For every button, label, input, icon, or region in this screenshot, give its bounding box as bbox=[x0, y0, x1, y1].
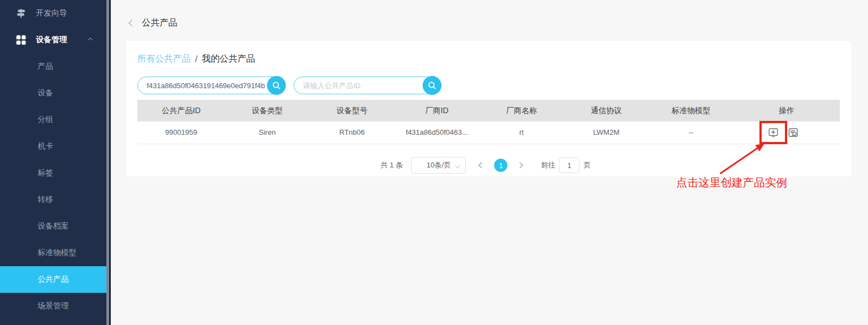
sidebar-item-label: 机卡 bbox=[38, 141, 53, 151]
table-row: 99001959 Siren RTnb06 f431a86d50f0463...… bbox=[137, 121, 840, 144]
pagination: 共 1 条 10条/页 1 前往 页 bbox=[381, 157, 590, 174]
sidebar: 开发向导 设备管理 产品 设备 分组 机卡 标签 转移 设备档案 标准物模型 公… bbox=[0, 0, 111, 325]
search-icon bbox=[427, 80, 437, 90]
vendor-id-search-input[interactable] bbox=[147, 78, 265, 93]
back-chevron-icon bbox=[129, 19, 136, 27]
cell-product-id: 99001959 bbox=[137, 121, 225, 144]
prev-chevron-icon bbox=[479, 162, 485, 168]
sidebar-item-dev-wizard[interactable]: 开发向导 bbox=[0, 0, 106, 27]
content-card: 所有公共产品 / 我的公共产品 bbox=[126, 41, 851, 176]
search-icon bbox=[271, 80, 281, 90]
sidebar-item-scene-mgmt[interactable]: 场景管理 bbox=[0, 293, 106, 319]
sidebar-item-label: 分组 bbox=[38, 115, 53, 125]
prev-page-button[interactable] bbox=[479, 163, 484, 167]
table-header-row: 公共产品ID 设备类型 设备型号 厂商ID 厂商名称 通信协议 标准物模型 操作 bbox=[137, 100, 840, 121]
cell-device-type: Siren bbox=[225, 121, 310, 144]
sidebar-menu: 开发向导 设备管理 产品 设备 分组 机卡 标签 转移 设备档案 标准物模型 公… bbox=[0, 0, 106, 319]
column-header: 操作 bbox=[733, 100, 840, 121]
column-header: 设备型号 bbox=[310, 100, 394, 121]
tab-all-public-products[interactable]: 所有公共产品 bbox=[137, 53, 191, 65]
column-header: 厂商名称 bbox=[479, 100, 564, 121]
sidebar-item-label: 公共产品 bbox=[38, 275, 69, 285]
column-header: 标准物模型 bbox=[649, 100, 733, 121]
sidebar-item-label: 设备管理 bbox=[36, 35, 67, 45]
cell-vendor-name: rt bbox=[479, 121, 564, 144]
page-size-select[interactable]: 10条/页 bbox=[411, 157, 466, 174]
sidebar-item-standard-thing-model[interactable]: 标准物模型 bbox=[0, 240, 106, 266]
tab-separator: / bbox=[195, 54, 197, 64]
vendor-search-button[interactable] bbox=[267, 76, 286, 95]
sidebar-item-device[interactable]: 设备 bbox=[0, 80, 106, 106]
column-header: 设备类型 bbox=[225, 100, 310, 121]
product-search-button[interactable] bbox=[423, 76, 441, 95]
chevron-up-icon bbox=[88, 38, 93, 42]
sidebar-item-device-archive[interactable]: 设备档案 bbox=[0, 213, 106, 240]
cell-actions bbox=[733, 121, 840, 144]
product-id-search-pill bbox=[294, 77, 441, 94]
annotation-text: 点击这里创建产品实例 bbox=[676, 175, 787, 190]
column-header: 公共产品ID bbox=[137, 100, 225, 121]
sidebar-item-label: 标签 bbox=[38, 168, 53, 178]
sidebar-item-device-mgmt[interactable]: 设备管理 bbox=[0, 27, 106, 53]
plus-square-icon bbox=[767, 126, 779, 139]
chevron-down-icon bbox=[455, 164, 460, 168]
sidebar-item-label: 设备 bbox=[38, 88, 53, 98]
create-instance-button[interactable] bbox=[767, 126, 779, 139]
column-header: 厂商ID bbox=[394, 100, 479, 121]
signpost-icon bbox=[16, 8, 27, 19]
sidebar-item-label: 产品 bbox=[38, 62, 53, 72]
sidebar-item-label: 标准物模型 bbox=[38, 248, 76, 258]
page-title: 公共产品 bbox=[142, 17, 177, 29]
screen: 开发向导 设备管理 产品 设备 分组 机卡 标签 转移 设备档案 标准物模型 公… bbox=[0, 0, 868, 325]
sidebar-item-label: 转移 bbox=[38, 195, 53, 205]
goto-page-input[interactable] bbox=[559, 158, 579, 173]
page-unit-label: 页 bbox=[583, 160, 590, 170]
cell-thing-model: -- bbox=[649, 121, 733, 144]
sidebar-item-sim-card[interactable]: 机卡 bbox=[0, 133, 106, 160]
sidebar-edge bbox=[109, 0, 111, 325]
column-header: 通信协议 bbox=[564, 100, 649, 121]
sidebar-item-group[interactable]: 分组 bbox=[0, 106, 106, 133]
sidebar-item-product[interactable]: 产品 bbox=[0, 53, 106, 80]
next-page-button[interactable] bbox=[518, 163, 522, 167]
product-id-search-input[interactable] bbox=[303, 78, 421, 93]
sidebar-item-label: 开发向导 bbox=[36, 8, 67, 18]
vendor-id-search-pill bbox=[137, 77, 286, 94]
back-button[interactable] bbox=[130, 21, 135, 26]
sidebar-item-tag[interactable]: 标签 bbox=[0, 160, 106, 186]
sidebar-item-public-product[interactable]: 公共产品 bbox=[0, 266, 106, 293]
view-details-button[interactable] bbox=[787, 126, 799, 139]
page-size-value: 10条/页 bbox=[427, 160, 451, 170]
tab-my-public-products[interactable]: 我的公共产品 bbox=[202, 53, 255, 65]
total-count-label: 共 1 条 bbox=[381, 160, 403, 170]
goto-label: 前往 bbox=[541, 160, 555, 170]
sidebar-item-label: 场景管理 bbox=[38, 301, 69, 311]
sidebar-item-label: 设备档案 bbox=[38, 221, 69, 231]
cell-device-model: RTnb06 bbox=[310, 121, 394, 144]
grid-icon bbox=[16, 34, 27, 45]
doc-search-icon bbox=[787, 126, 799, 139]
cell-protocol: LWM2M bbox=[564, 121, 649, 144]
sidebar-item-transfer[interactable]: 转移 bbox=[0, 186, 106, 213]
page-header: 公共产品 bbox=[130, 17, 177, 29]
page-1-button[interactable]: 1 bbox=[494, 159, 507, 172]
cell-vendor-id: f431a86d50f0463... bbox=[394, 121, 479, 144]
breadcrumb-tabs: 所有公共产品 / 我的公共产品 bbox=[137, 53, 255, 65]
products-table: 公共产品ID 设备类型 设备型号 厂商ID 厂商名称 通信协议 标准物模型 操作… bbox=[137, 100, 840, 144]
next-chevron-icon bbox=[517, 162, 523, 168]
